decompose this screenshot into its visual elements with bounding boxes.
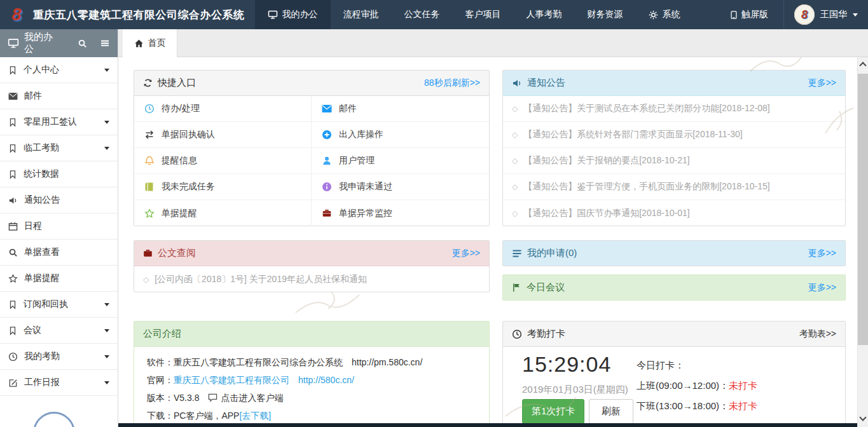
sidebar-item-label: 临工考勤 [24,142,59,154]
sidebar-item-temp-attendance[interactable]: 临工考勤 [0,135,118,161]
attendance-sheet-link[interactable]: 考勤表>> [799,329,836,340]
sidebar: 我的办公 个人中心 邮件 零星用工签认 临工考勤 统计数据 通知公告 日程 [0,29,118,427]
phone-icon [729,10,738,20]
touch-version-button[interactable]: 触屏版 [729,9,768,20]
quick-entry-document-reminder[interactable]: 单据提醒 [134,200,312,226]
diamond-icon: ◇ [512,130,518,139]
quick-entry-grid: 待办/处理 邮件 单据回执确认 出入库操作 提醒信息 用户管理 [134,96,489,226]
touch-version-label: 触屏版 [741,9,768,20]
today-meetings-more-link[interactable]: 更多>> [808,282,836,294]
bell-icon [144,156,155,166]
notice-text: 【通知公告】系统针对各部门需求页面显示[2018-11-30] [523,129,742,140]
notice-item[interactable]: ◇【通知公告】关于报销的要点[2018-10-21] [503,148,845,174]
sidebar-item-label: 订阅和回执 [24,299,68,310]
quick-entry-todo[interactable]: 待办/处理 [134,96,312,122]
quick-entry-warehouse-ops[interactable]: 出入库操作 [312,122,489,148]
menu-finance-resources[interactable]: 财务资源 [575,0,636,29]
refresh-button[interactable]: 刷新 [589,399,633,424]
scroll-up-arrow-icon[interactable] [859,62,866,69]
sidebar-item-label: 邮件 [24,90,42,102]
client-entry-link[interactable]: 点击进入客户端 [221,391,283,404]
diamond-icon: ◇ [512,182,518,191]
notice-text: 【通知公告】关于测试员在本系统已关闭部分功能[2018-12-08] [523,103,769,114]
panel-title: 我的申请(0) [527,247,577,259]
diamond-icon: ◇ [512,104,518,113]
punch-button[interactable]: 第1次打卡 [522,399,584,424]
sidebar-item-personal-center[interactable]: 个人中心 [0,57,118,83]
menu-hr-attendance[interactable]: 人事考勤 [514,0,575,29]
quick-entry-rejected-applications[interactable]: 我申请未通过 [312,174,489,200]
sidebar-item-casual-labor-sign[interactable]: 零星用工签认 [0,109,118,135]
quick-entry-mail[interactable]: 邮件 [312,96,489,122]
field-label: 下载： [147,409,174,422]
sidebar-item-mail[interactable]: 邮件 [0,83,118,109]
hamburger-icon[interactable] [100,38,110,48]
menu-system[interactable]: 系统 [636,0,693,29]
notice-item[interactable]: ◇【通知公告】关于测试员在本系统已关闭部分功能[2018-12-08] [503,96,845,122]
tab-home[interactable]: 首页 [123,29,177,57]
search-icon[interactable] [78,39,87,48]
sidebar-item-schedule[interactable]: 日程 [0,214,118,240]
tab-bar: 首页 [118,29,868,57]
chevron-down-icon [104,121,109,124]
diamond-icon: ◇ [512,156,518,165]
quick-entry-user-management[interactable]: 用户管理 [312,148,489,174]
sidebar-item-document-reminder[interactable]: 单据提醒 [0,266,118,292]
sidebar-item-label: 统计数据 [24,168,59,180]
username: 王国华 [820,9,847,20]
scrollbar-thumb[interactable] [858,74,868,345]
document-item[interactable]: ◇[公司内函〔2018〕1号] 关于2019年起人员社保和通知 [134,266,489,292]
refresh-icon [143,78,153,88]
sidebar-item-document-view[interactable]: 单据查看 [0,240,118,266]
vertical-scrollbar[interactable] [857,57,868,427]
menu-label: 财务资源 [588,9,623,20]
sidebar-item-notices[interactable]: 通知公告 [0,187,118,214]
quick-entry-reminders[interactable]: 提醒信息 [134,148,312,174]
top-menu: 我的办公 流程审批 公文任务 客户项目 人事考勤 财务资源 系统 [255,0,693,29]
notice-item[interactable]: ◇【通知公告】鉴于管理方便，手机页面业务的限制[2018-10-15] [503,174,845,200]
menu-process-approval[interactable]: 流程审批 [331,0,392,29]
quick-entry-label: 提醒信息 [162,155,197,166]
panel-quick-entry: 快捷入口 88秒后刷新>> 待办/处理 邮件 单据回执确认 出入库操作 [134,70,490,226]
documents-more-link[interactable]: 更多>> [452,248,480,259]
envelope-icon [8,92,18,100]
sidebar-item-work-daily[interactable]: 工作日报 [0,370,118,396]
panel-today-meetings: 今日会议 更多>> [502,274,846,301]
menu-document-tasks[interactable]: 公文任务 [392,0,453,29]
company-site-link[interactable]: 重庆五八零建筑工程有限公司 [174,374,289,386]
scroll-down-arrow-icon[interactable] [859,414,866,421]
company-site-url-link[interactable]: http://580c.cn/ [298,374,354,386]
company-software-line: 软件：重庆五八零建筑工程有限公司综合办公系统http://pm.580c.cn/ [147,356,476,369]
sidebar-item-meetings[interactable]: 会议 [0,318,118,344]
notice-item[interactable]: ◇【通知公告】国庆节办事通知[2018-10-01] [503,200,845,226]
bookmark-icon [8,300,17,309]
monitor-icon [268,10,278,20]
user-menu[interactable]: 8 王国华 [783,0,868,29]
user-icon [322,156,332,166]
punch-slot-label: 上班(09:00→12:00)： [637,380,729,391]
my-applications-more-link[interactable]: 更多>> [808,248,836,259]
quick-entry-refresh-link[interactable]: 88秒后刷新>> [424,78,480,89]
menu-customer-projects[interactable]: 客户项目 [453,0,514,29]
quick-entry-unfinished-tasks[interactable]: 我未完成任务 [134,174,312,200]
panel-quick-entry-header: 快捷入口 88秒后刷新>> [134,71,489,96]
software-name: 重庆五八零建筑工程有限公司综合办公系统 [174,356,343,369]
menu-my-office[interactable]: 我的办公 [255,0,331,29]
sidebar-item-my-attendance[interactable]: 我的考勤 [0,344,118,370]
briefcase-icon [322,208,332,218]
sidebar-item-statistics[interactable]: 统计数据 [0,161,118,187]
chevron-down-icon [104,329,109,332]
notices-more-link[interactable]: 更多>> [808,78,836,89]
menu-label: 我的办公 [282,9,318,20]
punch-row-afternoon: 下班(13:00→18:00)：未打卡 [637,400,757,412]
panel-today-meetings-header: 今日会议 更多>> [503,275,845,300]
download-link[interactable]: [去下载] [239,409,271,422]
quick-entry-receipt-confirm[interactable]: 单据回执确认 [134,122,312,148]
app-logo-glyph: 8 [11,4,22,25]
quick-entry-anomaly-monitor[interactable]: 单据异常监控 [312,200,489,226]
notice-text: 【通知公告】关于报销的要点[2018-10-21] [523,155,689,166]
speaker-icon [8,196,18,205]
panel-company-intro: 公司介绍 软件：重庆五八零建筑工程有限公司综合办公系统http://pm.580… [134,321,490,427]
sidebar-item-subscriptions[interactable]: 订阅和回执 [0,292,118,318]
notice-item[interactable]: ◇【通知公告】系统针对各部门需求页面显示[2018-11-30] [503,122,845,148]
